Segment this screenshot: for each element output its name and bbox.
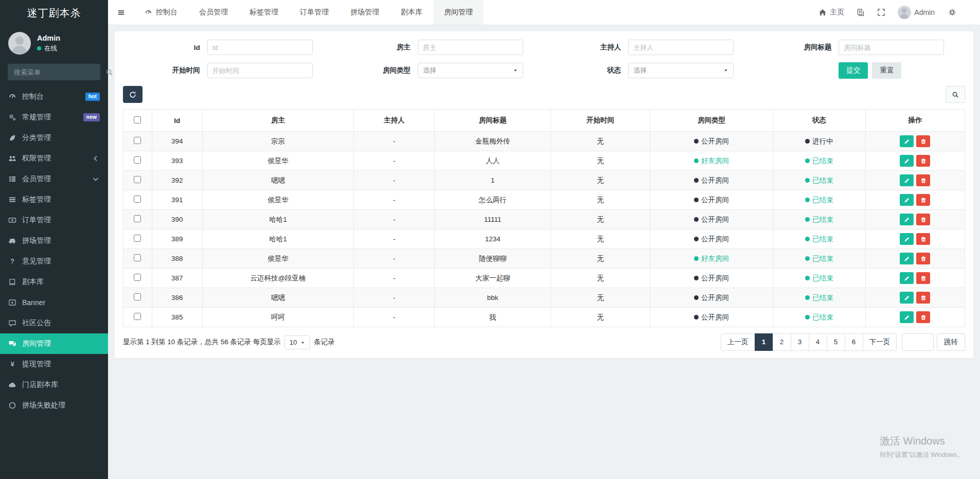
page-button-1[interactable]: 1 xyxy=(755,333,773,351)
edit-button[interactable] xyxy=(900,135,914,147)
table-search-button[interactable] xyxy=(946,86,965,103)
page-button-3[interactable]: 3 xyxy=(791,333,809,351)
edit-button[interactable] xyxy=(900,194,914,206)
jump-page-input[interactable] xyxy=(902,333,934,351)
sidebar-item-Banner[interactable]: Banner xyxy=(0,292,108,313)
tab-剧本库[interactable]: 剧本库 xyxy=(390,0,433,25)
sidebar-item-权限管理[interactable]: 权限管理 xyxy=(0,148,108,169)
tab-拼场管理[interactable]: 拼场管理 xyxy=(340,0,390,25)
page-button-2[interactable]: 2 xyxy=(773,333,791,351)
row-checkbox[interactable] xyxy=(134,137,141,144)
status-dot-icon xyxy=(805,315,810,320)
sidebar-item-社区公告[interactable]: 社区公告 xyxy=(0,313,108,333)
fullscreen-button[interactable] xyxy=(877,8,885,16)
sidebar-item-房间管理[interactable]: 房间管理 xyxy=(0,333,108,354)
edit-button[interactable] xyxy=(900,174,914,186)
状态-select[interactable]: 选择 xyxy=(628,63,734,78)
settings-button[interactable] xyxy=(948,8,956,16)
delete-button[interactable] xyxy=(916,135,930,147)
row-checkbox[interactable] xyxy=(134,274,141,281)
submit-button[interactable]: 提交 xyxy=(839,62,868,79)
开始时间-input[interactable] xyxy=(207,63,313,78)
edit-button[interactable] xyxy=(900,233,914,245)
cell-owner: 嗯嗯 xyxy=(202,171,353,190)
trash-icon xyxy=(920,275,926,281)
sidebar-item-label: 会员管理 xyxy=(22,174,51,184)
sidebar-item-标签管理[interactable]: 标签管理 xyxy=(0,189,108,210)
sidebar-item-控制台[interactable]: 控制台hot xyxy=(0,86,108,107)
delete-button[interactable] xyxy=(916,253,930,264)
tab-订单管理[interactable]: 订单管理 xyxy=(289,0,340,25)
row-checkbox[interactable] xyxy=(134,254,141,261)
records-info-suffix: 条记录 xyxy=(314,338,335,347)
select-all-cell xyxy=(123,110,152,132)
sidebar-item-剧本库[interactable]: 剧本库 xyxy=(0,272,108,292)
select-value: 选择 xyxy=(423,66,436,75)
row-checkbox[interactable] xyxy=(134,313,141,320)
row-checkbox[interactable] xyxy=(134,196,141,203)
home-link[interactable]: 主页 xyxy=(818,8,844,17)
row-checkbox[interactable] xyxy=(134,293,141,300)
tab-控制台[interactable]: 控制台 xyxy=(134,0,188,25)
cell-id: 387 xyxy=(152,269,202,288)
page-button-4[interactable]: 4 xyxy=(809,333,827,351)
delete-button[interactable] xyxy=(916,155,930,167)
房间类型-select[interactable]: 选择 xyxy=(418,63,523,78)
edit-button[interactable] xyxy=(900,214,914,225)
sidebar-item-订单管理[interactable]: 订单管理 xyxy=(0,210,108,230)
delete-button[interactable] xyxy=(916,311,930,323)
row-checkbox[interactable] xyxy=(134,235,141,242)
sidebar-item-分类管理[interactable]: 分类管理 xyxy=(0,128,108,148)
select-all-checkbox[interactable] xyxy=(134,116,141,123)
row-checkbox[interactable] xyxy=(134,176,141,183)
row-checkbox[interactable] xyxy=(134,215,141,222)
cell-actions xyxy=(865,249,965,269)
pencil-icon xyxy=(904,197,910,203)
page-button-6[interactable]: 6 xyxy=(845,333,863,351)
user-menu[interactable]: Admin xyxy=(898,6,935,19)
edit-button[interactable] xyxy=(900,292,914,304)
sidebar-search-input[interactable] xyxy=(13,68,105,77)
房间标题-input[interactable] xyxy=(839,40,944,55)
sidebar-item-意见管理[interactable]: ?意见管理 xyxy=(0,251,108,272)
delete-button[interactable] xyxy=(916,272,930,284)
sidebar-item-label: 社区公告 xyxy=(22,318,51,328)
file-button[interactable] xyxy=(857,8,865,16)
reset-button[interactable]: 重置 xyxy=(872,62,901,79)
cell-start-time: 无 xyxy=(551,151,650,171)
next-page-button[interactable]: 下一页 xyxy=(863,333,897,351)
cell-owner: 侯昱华 xyxy=(202,151,353,171)
edit-button[interactable] xyxy=(900,272,914,284)
cell-host: - xyxy=(354,171,435,190)
sidebar-item-拼场管理[interactable]: 拼场管理 xyxy=(0,230,108,251)
prev-page-button[interactable]: 上一页 xyxy=(721,333,755,351)
trash-icon xyxy=(920,138,926,145)
tab-标签管理[interactable]: 标签管理 xyxy=(239,0,289,25)
jump-button[interactable]: 跳转 xyxy=(937,333,965,351)
sidebar-item-会员管理[interactable]: 会员管理 xyxy=(0,169,108,189)
edit-button[interactable] xyxy=(900,311,914,323)
sidebar-item-提现管理[interactable]: ¥提现管理 xyxy=(0,354,108,375)
home-icon xyxy=(818,8,827,16)
row-checkbox[interactable] xyxy=(134,156,141,164)
sidebar-item-拼场失败处理[interactable]: 拼场失败处理 xyxy=(0,395,108,416)
delete-button[interactable] xyxy=(916,194,930,206)
sidebar-toggle-button[interactable] xyxy=(108,0,134,25)
主持人-input[interactable] xyxy=(628,40,734,55)
房主-input[interactable] xyxy=(418,40,523,55)
page-button-5[interactable]: 5 xyxy=(827,333,845,351)
refresh-button[interactable] xyxy=(123,86,142,103)
delete-button[interactable] xyxy=(916,174,930,186)
tab-会员管理[interactable]: 会员管理 xyxy=(188,0,239,25)
page-size-dropdown[interactable]: 10 xyxy=(284,335,310,349)
sidebar-item-label: 门店剧本库 xyxy=(22,380,58,389)
Id-input[interactable] xyxy=(207,40,313,55)
delete-button[interactable] xyxy=(916,292,930,304)
delete-button[interactable] xyxy=(916,214,930,225)
edit-button[interactable] xyxy=(900,155,914,167)
sidebar-item-门店剧本库[interactable]: 门店剧本库 xyxy=(0,375,108,395)
edit-button[interactable] xyxy=(900,253,914,264)
sidebar-item-常规管理[interactable]: 常规管理new xyxy=(0,107,108,128)
delete-button[interactable] xyxy=(916,233,930,245)
tab-房间管理[interactable]: 房间管理 xyxy=(433,0,484,25)
